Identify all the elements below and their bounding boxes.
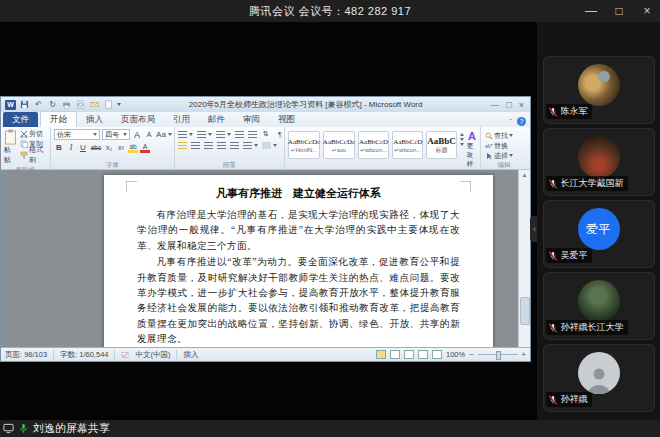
subscript-button[interactable]: x₂ bbox=[104, 143, 114, 153]
superscript-button[interactable]: x² bbox=[116, 143, 126, 153]
participant-tile[interactable]: 长江大学戴国新 bbox=[543, 128, 655, 196]
strikethrough-button[interactable]: abc bbox=[90, 143, 102, 153]
shading-button[interactable] bbox=[262, 142, 277, 149]
tab-page-layout[interactable]: 页面布局 bbox=[112, 112, 164, 127]
align-left-icon[interactable] bbox=[178, 142, 187, 149]
meeting-title-bar: 腾讯会议 会议号：482 282 917 — □ × bbox=[0, 0, 660, 22]
highlight-button[interactable]: ab bbox=[128, 142, 138, 153]
replace-button[interactable]: ab 替换 bbox=[484, 141, 524, 150]
fullscreen-view-icon[interactable] bbox=[390, 350, 400, 359]
language-indicator[interactable]: 中文(中国) bbox=[135, 350, 170, 360]
participant-tile[interactable]: 爱平 吴爱平 bbox=[543, 200, 655, 268]
align-right-icon[interactable] bbox=[204, 142, 213, 149]
tab-file[interactable]: 文件 bbox=[3, 112, 38, 127]
web-layout-view-icon[interactable] bbox=[404, 350, 414, 359]
save-icon[interactable] bbox=[19, 100, 30, 110]
multilevel-list-button[interactable] bbox=[216, 131, 231, 138]
style-item[interactable]: AaBbCcD ↵wbcon... bbox=[358, 131, 389, 159]
clear-formatting-icon[interactable] bbox=[168, 133, 172, 136]
line-spacing-button[interactable] bbox=[243, 142, 258, 149]
styles-group: AaBbCcDc ↵HtmlN... AaBbCcDc ↵sou AaBbCcD… bbox=[285, 127, 481, 169]
underline-button[interactable]: U bbox=[78, 143, 88, 153]
maximize-button[interactable]: □ bbox=[612, 0, 626, 22]
draft-view-icon[interactable] bbox=[432, 350, 442, 359]
font-color-button[interactable]: A bbox=[140, 142, 150, 153]
italic-button[interactable]: I bbox=[66, 143, 76, 153]
justify-icon[interactable] bbox=[217, 142, 226, 149]
change-case-button[interactable]: Aa bbox=[156, 130, 166, 140]
avatar bbox=[578, 280, 620, 322]
spellcheck-icon[interactable] bbox=[121, 351, 129, 359]
bullets-button[interactable] bbox=[178, 131, 193, 138]
print-preview-icon[interactable] bbox=[75, 100, 86, 110]
style-item[interactable]: AaBbCcDc ↵HtmlN... bbox=[288, 131, 320, 159]
word-restore-button[interactable]: □ bbox=[506, 100, 511, 110]
word-logo-icon[interactable]: W bbox=[5, 100, 16, 110]
tab-insert[interactable]: 插入 bbox=[77, 112, 112, 127]
tab-references[interactable]: 引用 bbox=[164, 112, 199, 127]
format-painter-button[interactable]: 格式刷 bbox=[19, 150, 47, 159]
document-scrollbar[interactable]: ▲ bbox=[518, 170, 530, 347]
zoom-in-button[interactable]: + bbox=[522, 350, 526, 359]
word-close-button[interactable]: × bbox=[519, 100, 524, 110]
bold-button[interactable]: B bbox=[54, 143, 64, 153]
scroll-up-icon[interactable]: ▲ bbox=[520, 171, 529, 180]
minimize-button[interactable]: — bbox=[584, 0, 598, 22]
grow-font-button[interactable]: A bbox=[132, 130, 142, 140]
participant-name: 孙祥娥长江大学 bbox=[561, 321, 624, 334]
participant-name: 陈永军 bbox=[561, 105, 588, 118]
undo-icon[interactable]: ↶ bbox=[33, 100, 44, 110]
avatar-initials: 爱平 bbox=[578, 208, 620, 250]
document-area[interactable]: 凡事有序推进 建立健全运行体系 有序治理是大学治理的基石，是实现大学治理的现实路… bbox=[1, 170, 530, 347]
page-indicator[interactable]: 页面: 96/103 bbox=[5, 350, 47, 360]
zoom-slider[interactable] bbox=[478, 354, 518, 355]
participant-tile[interactable]: 陈永军 bbox=[543, 56, 655, 124]
sort-button[interactable]: ⇅ bbox=[261, 129, 271, 139]
style-item[interactable]: AaBbCcD ↵wbcon... bbox=[392, 131, 423, 159]
tab-mailings[interactable]: 邮件 bbox=[199, 112, 234, 127]
select-icon bbox=[485, 152, 493, 160]
ribbon-collapse-icon[interactable]: ˆ bbox=[510, 118, 512, 125]
help-icon[interactable]: ? bbox=[517, 117, 526, 126]
font-size-select[interactable]: 四号 bbox=[102, 129, 130, 140]
redo-icon[interactable]: ↻ bbox=[47, 100, 58, 110]
new-document-icon[interactable] bbox=[103, 100, 114, 110]
cut-button[interactable]: 剪切 bbox=[19, 129, 47, 138]
avatar bbox=[578, 136, 620, 178]
participant-tile[interactable]: 孙祥娥长江大学 bbox=[543, 272, 655, 340]
document-page[interactable]: 凡事有序推进 建立健全运行体系 有序治理是大学治理的基石，是实现大学治理的现实路… bbox=[104, 175, 493, 347]
tab-home[interactable]: 开始 bbox=[40, 111, 77, 127]
zoom-out-button[interactable]: − bbox=[469, 350, 473, 359]
shrink-font-button[interactable]: A bbox=[144, 130, 154, 140]
show-marks-button[interactable]: ¶ bbox=[275, 129, 285, 139]
font-family-select[interactable]: 仿宋 bbox=[54, 129, 100, 140]
select-button[interactable]: 选择 bbox=[484, 151, 524, 160]
style-item-heading[interactable]: AaBbC 标题 bbox=[426, 131, 457, 159]
email-icon[interactable] bbox=[89, 100, 100, 110]
zoom-level[interactable]: 100% bbox=[446, 350, 465, 359]
outline-view-icon[interactable] bbox=[418, 350, 428, 359]
document-heading: 凡事有序推进 建立健全运行体系 bbox=[137, 186, 460, 201]
word-minimize-button[interactable]: — bbox=[490, 100, 499, 110]
close-button[interactable]: × bbox=[640, 0, 654, 22]
distribute-icon[interactable] bbox=[230, 142, 239, 149]
tencent-meeting-window: 腾讯会议 会议号：482 282 917 — □ × W ↶ ↻ bbox=[0, 0, 660, 437]
align-center-icon[interactable] bbox=[191, 142, 200, 149]
find-button[interactable]: 查找 bbox=[484, 131, 524, 140]
tab-review[interactable]: 审阅 bbox=[234, 112, 269, 127]
paste-button[interactable]: 粘贴 bbox=[4, 129, 17, 165]
tab-view[interactable]: 视图 bbox=[269, 112, 304, 127]
ribbon: 粘贴 剪切 复制 格式刷 bbox=[1, 127, 530, 170]
increase-indent-icon[interactable] bbox=[248, 131, 257, 138]
scrollbar-thumb[interactable] bbox=[520, 297, 530, 325]
print-icon[interactable] bbox=[61, 100, 72, 110]
print-layout-view-icon[interactable] bbox=[376, 350, 386, 359]
word-count[interactable]: 字数: 1/60,544 bbox=[60, 350, 108, 360]
styles-gallery-scroll[interactable] bbox=[460, 133, 464, 146]
insert-mode-indicator[interactable]: 插入 bbox=[183, 350, 198, 360]
decrease-indent-icon[interactable] bbox=[235, 131, 244, 138]
participant-tile[interactable]: 孙祥娥 bbox=[543, 344, 655, 412]
style-item[interactable]: AaBbCcDc ↵sou bbox=[323, 131, 355, 159]
replace-icon: ab bbox=[485, 142, 493, 150]
numbering-button[interactable] bbox=[197, 131, 212, 138]
